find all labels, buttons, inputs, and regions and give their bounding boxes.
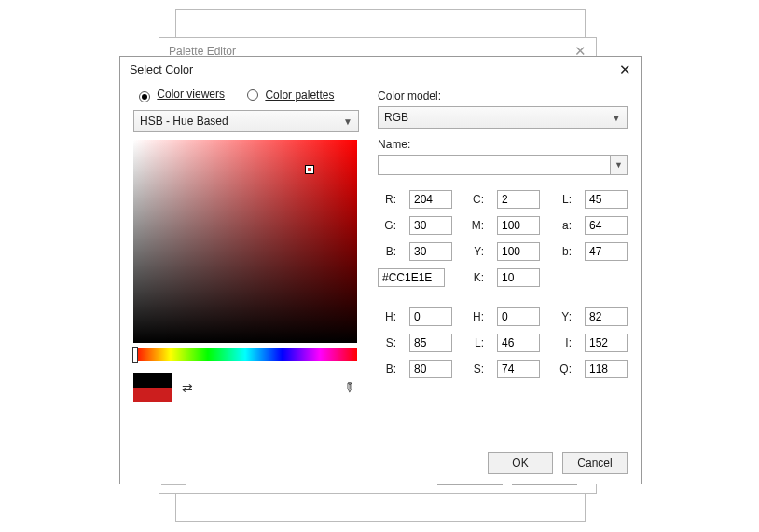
select-color-dialog: Select Color ✕ Color viewers Color palet… [119,56,642,484]
dialog-title: Select Color [130,63,193,76]
label-b-lab: b: [553,245,572,258]
hue-slider[interactable] [133,348,357,361]
label-i: I: [553,336,572,349]
label-s: S: [378,336,396,349]
swatch-new[interactable] [133,388,172,402]
input-b-hsb[interactable] [409,360,452,378]
label-c: C: [465,193,484,206]
radio-color-viewers[interactable]: Color viewers [139,88,225,102]
input-h2[interactable] [497,307,540,326]
label-m: M: [465,219,484,232]
input-l[interactable] [585,190,628,209]
label-l: L: [553,193,572,206]
label-a: a: [553,219,572,232]
input-y-yiq[interactable] [585,307,628,326]
input-m[interactable] [497,216,540,235]
close-icon[interactable]: ✕ [619,62,631,76]
chevron-down-icon: ▼ [612,113,621,123]
label-h2: H: [465,310,484,323]
name-label: Name: [378,138,410,151]
gradient-cursor[interactable] [306,166,313,173]
input-g[interactable] [409,216,452,235]
color-swatches [133,373,172,402]
input-q[interactable] [585,360,628,378]
label-g: G: [378,219,396,232]
label-b-hsb: B: [378,362,396,375]
input-s[interactable] [409,334,452,352]
name-input[interactable] [378,155,611,175]
input-s2[interactable] [497,360,540,378]
input-hex[interactable] [378,268,445,287]
label-l2: L: [465,336,484,349]
input-a[interactable] [585,216,628,235]
color-model-dropdown[interactable]: RGB ▼ [378,106,628,129]
chevron-down-icon: ▼ [343,116,352,127]
cancel-button[interactable]: Cancel [562,452,628,474]
input-r[interactable] [409,190,452,209]
input-i[interactable] [585,334,628,352]
label-q: Q: [553,362,572,375]
radio-icon [139,91,150,102]
label-y-yiq: Y: [553,310,572,323]
chevron-down-icon: ▼ [614,160,623,170]
name-dropdown-button[interactable]: ▼ [611,155,628,175]
color-model-label: Color model: [378,89,628,102]
input-l2[interactable] [497,334,540,352]
eyedropper-icon[interactable]: ✎ [340,378,359,397]
input-c[interactable] [497,190,540,209]
label-s2: S: [465,362,484,375]
viewer-dropdown[interactable]: HSB - Hue Based ▼ [133,110,359,132]
input-b[interactable] [409,242,452,261]
ok-button[interactable]: OK [488,452,553,474]
hue-slider-handle[interactable] [132,347,138,363]
radio-icon [247,89,258,101]
label-y: Y: [465,245,484,258]
radio-color-palettes[interactable]: Color palettes [247,89,334,102]
swatch-old[interactable] [133,373,172,388]
input-k[interactable] [497,268,540,287]
swap-icon[interactable]: ⇄ [182,380,193,395]
label-b: B: [378,245,396,258]
input-y[interactable] [497,242,540,261]
color-gradient-picker[interactable] [133,140,357,343]
input-b-lab[interactable] [585,242,628,261]
label-r: R: [378,193,396,206]
input-h[interactable] [409,307,452,326]
label-k: K: [465,271,484,284]
label-h: H: [378,310,396,323]
